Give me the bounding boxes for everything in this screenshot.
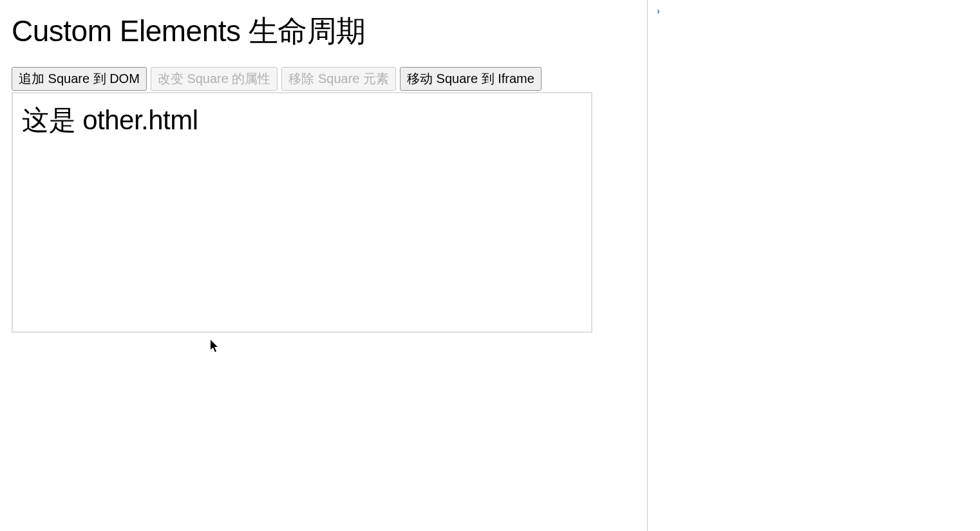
iframe-heading: 这是 other.html [22,102,582,138]
change-square-button[interactable]: 改变 Square 的属性 [151,67,278,91]
devtools-console-panel[interactable]: › [647,0,980,531]
console-prompt-icon: › [657,5,660,16]
remove-square-button[interactable]: 移除 Square 元素 [281,67,396,91]
main-content-area: Custom Elements 生命周期 追加 Square 到 DOM 改变 … [0,0,647,531]
page-title: Custom Elements 生命周期 [12,12,636,51]
iframe-container: 这是 other.html [12,92,592,333]
move-square-button[interactable]: 移动 Square 到 Iframe [400,67,542,91]
button-row: 追加 Square 到 DOM 改变 Square 的属性 移除 Square … [12,67,636,91]
add-square-button[interactable]: 追加 Square 到 DOM [12,67,147,91]
